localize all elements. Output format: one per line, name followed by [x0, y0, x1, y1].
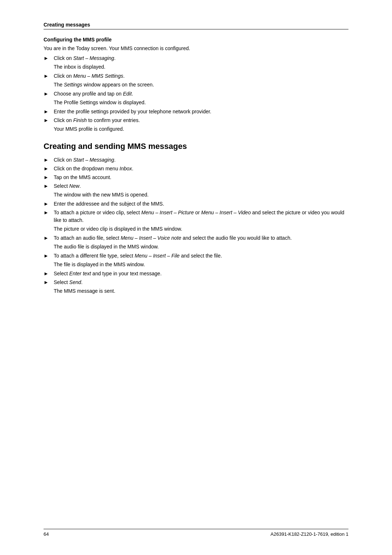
bullet-text: Enter the profile settings provided by y… — [54, 108, 348, 116]
subsection-title: Configuring the MMS profile — [44, 37, 348, 42]
bullet-arrow: ► — [44, 90, 51, 98]
bullet-arrow: ► — [44, 200, 51, 208]
main-section-title: Creating and sending MMS messages — [44, 142, 348, 151]
bullet-arrow: ► — [44, 279, 51, 286]
bullet-arrow: ► — [44, 252, 51, 260]
bullet-arrow: ► — [44, 72, 51, 80]
follow-text: The inbox is displayed. — [44, 63, 348, 71]
bullet-item: ► To attach an audio file, select Menu –… — [44, 234, 348, 242]
footer: 64 A26391-K182-Z120-1-7619, edition 1 — [44, 529, 348, 537]
subsection-block: Configuring the MMS profile You are in t… — [44, 37, 348, 52]
bullet-text: Select Enter text and type in your text … — [54, 270, 348, 278]
bullet-text: Tap on the MMS account. — [54, 174, 348, 181]
bullet-arrow: ► — [44, 108, 51, 116]
bullet-item: ► Tap on the MMS account. — [44, 174, 348, 181]
bullet-item: ► Click on Menu – MMS Settings. — [44, 72, 348, 80]
bullet-arrow: ► — [44, 270, 51, 278]
page: Creating messages Configuring the MMS pr… — [0, 0, 392, 555]
bullet-arrow: ► — [44, 117, 51, 124]
bullet-text: Click on Menu – MMS Settings. — [54, 72, 348, 80]
bullet-text: Click on Start – Messaging. — [54, 156, 348, 164]
section-header: Creating messages — [44, 22, 348, 29]
bullet-text: To attach a different file type, select … — [54, 252, 348, 260]
section-header-title: Creating messages — [44, 22, 90, 28]
bullet-item: ► Select New. — [44, 182, 348, 190]
footer-page-number: 64 — [44, 531, 49, 537]
follow-text: The Settings window appears on the scree… — [44, 81, 348, 89]
bullet-arrow: ► — [44, 209, 51, 216]
bullet-item: ► Click on Start – Messaging. — [44, 156, 348, 164]
bullet-arrow: ► — [44, 234, 51, 242]
bullet-text: Choose any profile and tap on Edit. — [54, 90, 348, 98]
bullet-item: ► Select Enter text and type in your tex… — [44, 270, 348, 278]
bullet-text: Select New. — [54, 182, 348, 190]
footer-doc-ref: A26391-K182-Z120-1-7619, edition 1 — [270, 531, 348, 537]
bullet-text: To attach an audio file, select Menu – I… — [54, 234, 348, 242]
bullet-text: Click on Finish to confirm your entries. — [54, 117, 348, 124]
bullet-item: ► Click on Finish to confirm your entrie… — [44, 117, 348, 124]
bullet-text: Enter the addressee and the subject of t… — [54, 200, 348, 208]
intro-line: You are in the Today screen. Your MMS co… — [44, 45, 348, 52]
follow-text: Your MMS profile is configured. — [44, 125, 348, 133]
bullet-text: To attach a picture or video clip, selec… — [54, 209, 348, 224]
bullet-item: ► Click on Start – Messaging. — [44, 54, 348, 62]
follow-text: The MMS message is sent. — [44, 287, 348, 295]
follow-text: The audio file is displayed in the MMS w… — [44, 243, 348, 251]
bullet-item: ► To attach a picture or video clip, sel… — [44, 209, 348, 224]
follow-text: The file is displayed in the MMS window. — [44, 261, 348, 268]
bullet-arrow: ► — [44, 182, 51, 190]
follow-text: The picture or video clip is displayed i… — [44, 225, 348, 233]
bullet-text: Select Send. — [54, 279, 348, 286]
bullet-item: ► Enter the addressee and the subject of… — [44, 200, 348, 208]
bullet-text: Click on Start – Messaging. — [54, 54, 348, 62]
bullet-item: ► Choose any profile and tap on Edit. — [44, 90, 348, 98]
bullet-arrow: ► — [44, 174, 51, 181]
bullet-text: Click on the dropdown menu Inbox. — [54, 165, 348, 173]
bullet-arrow: ► — [44, 156, 51, 164]
bullet-arrow: ► — [44, 165, 51, 173]
bullet-item: ► Enter the profile settings provided by… — [44, 108, 348, 116]
follow-text: The Profile Settings window is displayed… — [44, 99, 348, 106]
bullet-item: ► Select Send. — [44, 279, 348, 286]
bullet-arrow: ► — [44, 54, 51, 62]
bullet-item: ► Click on the dropdown menu Inbox. — [44, 165, 348, 173]
follow-text: The window with the new MMS is opened. — [44, 191, 348, 199]
bullet-item: ► To attach a different file type, selec… — [44, 252, 348, 260]
